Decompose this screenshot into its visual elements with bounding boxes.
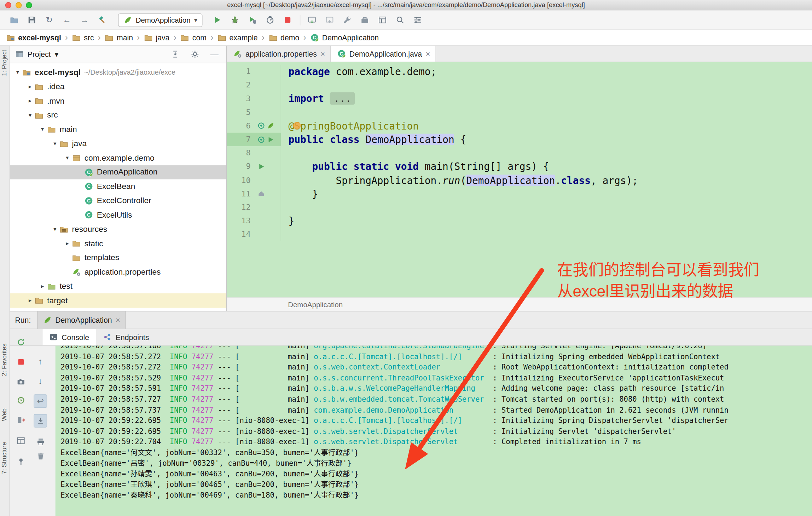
save-button[interactable] bbox=[25, 13, 38, 27]
build-hammer-button[interactable] bbox=[95, 13, 109, 27]
detach-button[interactable] bbox=[323, 13, 337, 27]
chevron-right-icon[interactable]: ▸ bbox=[25, 83, 35, 90]
debug-button[interactable] bbox=[228, 13, 242, 27]
profiler-button[interactable] bbox=[263, 13, 277, 27]
tree-item-target[interactable]: ▸target bbox=[10, 293, 226, 308]
chevron-right-icon[interactable]: ▸ bbox=[63, 240, 72, 247]
tree-item-demoapplication[interactable]: CDemoApplication bbox=[10, 165, 226, 179]
breadcrumb-item-excel-mysql[interactable]: excel-mysql bbox=[5, 33, 62, 42]
tab-endpoints[interactable]: Endpoints bbox=[97, 329, 156, 345]
tree-item-excel-mysql[interactable]: ▾excel-mysql ~/Desktop/java2/jiaoxue/exc… bbox=[10, 65, 226, 79]
tree-item-idea[interactable]: ▸.idea bbox=[10, 80, 226, 94]
tree-item-src[interactable]: ▾src bbox=[10, 108, 226, 122]
tree-item-excelbean[interactable]: CExcelBean bbox=[10, 179, 226, 194]
scroll-end-button[interactable] bbox=[34, 414, 47, 428]
chevron-right-icon[interactable]: ▸ bbox=[25, 98, 35, 104]
stop-button[interactable] bbox=[281, 13, 295, 27]
tab-application-properties[interactable]: application.properties× bbox=[227, 46, 331, 62]
tree-item-excelcontroller[interactable]: CExcelController bbox=[10, 194, 226, 208]
console-line: 2019-10-07 20:59:22.704 INFO 74277 --- [… bbox=[60, 436, 812, 447]
breadcrumb-item-main[interactable]: main bbox=[104, 33, 134, 42]
sync-button[interactable]: ↻ bbox=[42, 13, 56, 27]
run-tab-demoapplication[interactable]: DemoApplication × bbox=[37, 311, 126, 329]
close-button[interactable] bbox=[5, 2, 12, 8]
editor-breadcrumb-item[interactable]: DemoApplication bbox=[288, 300, 343, 309]
code-line: 11 } bbox=[227, 187, 812, 200]
gutter: 3 bbox=[227, 92, 281, 105]
gear-button[interactable] bbox=[188, 47, 202, 61]
arrow-up-button[interactable]: ↑ bbox=[34, 355, 47, 368]
tree-item-test[interactable]: ▸test bbox=[10, 279, 226, 293]
run-configuration-select[interactable]: DemoApplication ▾ bbox=[118, 13, 202, 27]
chevron-down-icon[interactable]: ▾ bbox=[38, 126, 47, 133]
breadcrumb-item-java[interactable]: java bbox=[143, 33, 170, 42]
run-button[interactable] bbox=[211, 13, 224, 27]
tool-window-button-web[interactable]: Web bbox=[0, 408, 7, 421]
chevron-down-icon[interactable]: ▾ bbox=[50, 140, 59, 147]
stop-button[interactable] bbox=[14, 355, 28, 368]
gutter: 6 bbox=[227, 119, 281, 132]
code-line: 2 bbox=[227, 78, 812, 92]
tree-item-main[interactable]: ▾main bbox=[10, 122, 226, 137]
rerun-button[interactable] bbox=[14, 335, 28, 349]
attach-button[interactable] bbox=[306, 13, 319, 27]
layout-small-button[interactable] bbox=[14, 434, 28, 447]
restart-button[interactable] bbox=[14, 393, 28, 407]
coverage-button[interactable] bbox=[246, 13, 259, 27]
breadcrumb-item-src[interactable]: src bbox=[71, 33, 95, 42]
chevron-right-icon[interactable]: ▸ bbox=[25, 297, 35, 304]
breadcrumb-item-com[interactable]: com bbox=[179, 33, 208, 42]
forward-button[interactable]: → bbox=[78, 13, 91, 27]
chevron-down-icon[interactable]: ▾ bbox=[25, 112, 35, 119]
tree-item-java[interactable]: ▾java bbox=[10, 137, 226, 151]
soft-wrap-button[interactable]: ↩ bbox=[34, 394, 47, 408]
breadcrumb-item-demo[interactable]: demo bbox=[268, 33, 301, 42]
tool-window-button-7-structure[interactable]: 7: Structure bbox=[0, 442, 7, 474]
toolbar-run-group bbox=[211, 13, 295, 27]
layout-button[interactable] bbox=[376, 13, 389, 27]
console-line: 2019-10-07 20:58:57.272 INFO 74277 --- [… bbox=[60, 351, 812, 362]
chevron-down-icon[interactable]: ▾ bbox=[50, 226, 59, 233]
arrow-down-button[interactable]: ↓ bbox=[34, 375, 47, 388]
close-icon[interactable]: × bbox=[320, 49, 325, 58]
exit-button[interactable] bbox=[14, 413, 28, 426]
caret-indicator bbox=[293, 122, 301, 130]
breadcrumb-item-demoapplication[interactable]: CDemoApplication bbox=[309, 33, 380, 42]
tree-item-static[interactable]: ▸static bbox=[10, 236, 226, 251]
tool-window-button-1-project[interactable]: 1: Project bbox=[0, 50, 7, 76]
camera-button[interactable] bbox=[14, 375, 28, 388]
collapse-all-button[interactable] bbox=[168, 47, 182, 61]
stop-icon bbox=[16, 357, 25, 366]
breadcrumb-item-example[interactable]: example bbox=[216, 33, 259, 42]
chevron-down-icon[interactable]: ▾ bbox=[13, 69, 22, 76]
chevron-right-icon[interactable]: ▸ bbox=[38, 283, 47, 289]
print-button[interactable] bbox=[34, 435, 47, 448]
tree-item-templates[interactable]: templates bbox=[10, 251, 226, 265]
close-icon[interactable]: × bbox=[425, 49, 430, 58]
tab-console[interactable]: Console bbox=[42, 329, 97, 345]
tool-window-button-2-favorites[interactable]: 2: Favorites bbox=[0, 344, 7, 376]
pin-button[interactable] bbox=[14, 454, 28, 468]
settings-list-button[interactable] bbox=[411, 13, 424, 27]
back-button[interactable]: ← bbox=[60, 13, 74, 27]
toolbox-button[interactable] bbox=[358, 13, 372, 27]
search-button[interactable] bbox=[394, 13, 407, 27]
tree-item-mvn[interactable]: ▸.mvn bbox=[10, 94, 226, 108]
console-output[interactable]: 2019-10-07 20:58:57.186 INFO 74277 --- [… bbox=[56, 346, 812, 516]
chevron-down-icon[interactable]: ▾ bbox=[54, 50, 59, 58]
tab-demoapplication-java[interactable]: CDemoApplication.java× bbox=[331, 46, 436, 62]
run-small-icon[interactable] bbox=[267, 136, 274, 143]
close-icon[interactable]: × bbox=[116, 316, 120, 325]
tree-item-application-properties[interactable]: application.properties bbox=[10, 265, 226, 279]
tree-item-com-example-demo[interactable]: ▾com.example.demo bbox=[10, 151, 226, 165]
tree-item-excelutils[interactable]: CExcelUtils bbox=[10, 208, 226, 222]
tree-item-resources[interactable]: ▾resources bbox=[10, 222, 226, 236]
wrench-button[interactable] bbox=[341, 13, 354, 27]
zoom-button[interactable] bbox=[26, 2, 32, 8]
trash-button[interactable] bbox=[34, 449, 47, 463]
open-button[interactable] bbox=[7, 13, 21, 27]
chevron-down-icon[interactable]: ▾ bbox=[63, 155, 72, 161]
run-small-icon[interactable] bbox=[257, 163, 265, 171]
minus-button[interactable]: — bbox=[208, 47, 221, 61]
minimize-button[interactable] bbox=[16, 2, 22, 8]
